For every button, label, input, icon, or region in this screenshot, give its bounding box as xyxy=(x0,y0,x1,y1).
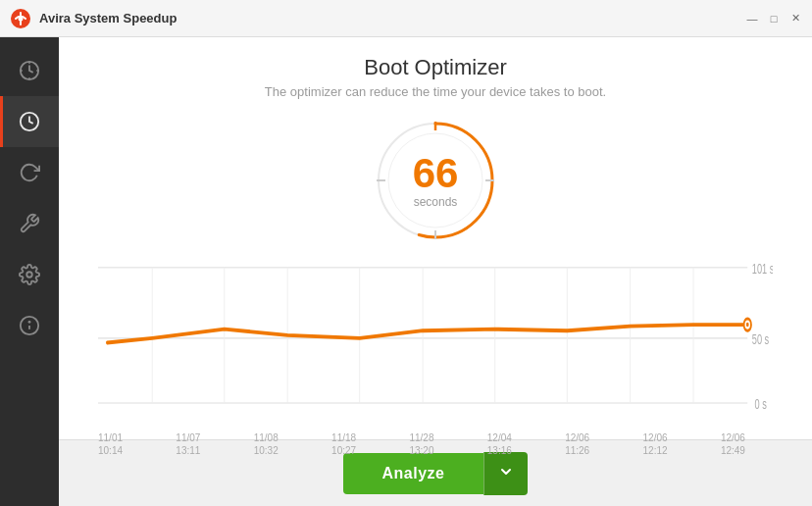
page-subtitle: The optimizer can reduce the time your d… xyxy=(265,84,606,99)
chart-x-label-5: 12/0413:16 xyxy=(487,431,512,457)
sidebar-item-dashboard[interactable] xyxy=(0,45,59,96)
chart-x-label-4: 11/2813:20 xyxy=(409,431,433,457)
svg-text:101 s: 101 s xyxy=(752,260,773,277)
svg-text:0 s: 0 s xyxy=(755,396,767,413)
window-controls: — □ ✕ xyxy=(745,12,802,25)
main-layout: Boot Optimizer The optimizer can reduce … xyxy=(0,37,812,506)
sidebar-item-info[interactable] xyxy=(0,300,59,351)
timer-center: 66 seconds xyxy=(413,153,459,208)
timer-display: 66 seconds xyxy=(372,117,499,244)
svg-point-8 xyxy=(26,272,32,278)
svg-point-36 xyxy=(746,323,749,328)
analyze-dropdown-button[interactable] xyxy=(483,452,528,495)
chevron-down-icon xyxy=(498,464,514,480)
sidebar xyxy=(0,37,59,506)
chart-x-label-1: 11/0713:11 xyxy=(176,431,200,457)
timer-value: 66 xyxy=(413,153,459,194)
svg-point-1 xyxy=(19,16,24,21)
content-area: Boot Optimizer The optimizer can reduce … xyxy=(59,37,812,506)
sidebar-item-boot[interactable] xyxy=(0,96,59,147)
timer-unit: seconds xyxy=(414,196,458,208)
maximize-button[interactable]: □ xyxy=(767,12,781,25)
chart-container: 101 s 50 s 0 s xyxy=(98,260,773,426)
sidebar-item-tools[interactable] xyxy=(0,198,59,249)
chart-x-label-8: 12/0612:49 xyxy=(721,431,745,457)
boot-time-chart: 101 s 50 s 0 s xyxy=(98,260,773,426)
content-inner: Boot Optimizer The optimizer can reduce … xyxy=(59,37,812,439)
minimize-button[interactable]: — xyxy=(745,12,759,25)
chart-x-label-0: 11/0110:14 xyxy=(98,431,123,457)
close-button[interactable]: ✕ xyxy=(788,12,802,25)
app-logo xyxy=(10,8,31,29)
app-title: Avira System Speedup xyxy=(39,11,745,25)
analyze-button[interactable]: Analyze xyxy=(343,453,484,494)
page-title: Boot Optimizer xyxy=(364,55,507,80)
chart-x-label-7: 12/0612:12 xyxy=(643,431,668,457)
sidebar-item-settings[interactable] xyxy=(0,249,59,300)
chart-x-label-6: 12/0611:26 xyxy=(565,431,589,457)
sidebar-item-refresh[interactable] xyxy=(0,147,59,198)
svg-text:50 s: 50 s xyxy=(752,331,769,348)
chart-x-label-3: 11/1810:27 xyxy=(331,431,356,457)
titlebar: Avira System Speedup — □ ✕ xyxy=(0,0,812,37)
chart-x-label-2: 11/0810:32 xyxy=(254,431,279,457)
